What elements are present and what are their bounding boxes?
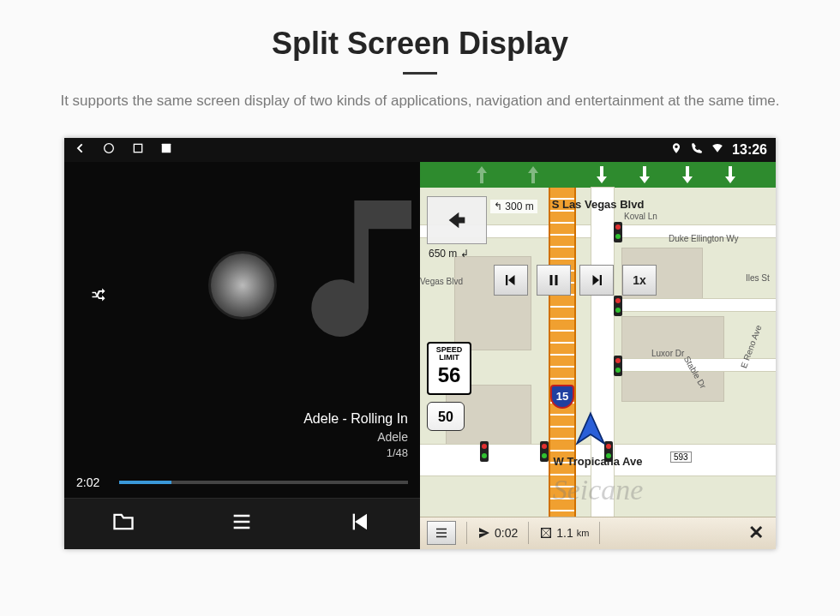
map-speed-button[interactable]: 1x <box>622 265 657 296</box>
next-turn-distance: ↰ 300 m <box>490 200 537 213</box>
track-artist: Adele <box>76 429 408 446</box>
svg-rect-7 <box>600 275 602 285</box>
traffic-light-icon <box>614 222 622 242</box>
previous-button[interactable] <box>349 510 373 537</box>
lane-arrow-active-icon <box>591 164 612 185</box>
map-close-button[interactable]: ✕ <box>743 522 769 544</box>
music-pane: Adele - Rolling In Adele 1/48 2:02 <box>64 162 420 549</box>
map-menu-button[interactable] <box>427 521 456 545</box>
map-pane[interactable]: W Tropicana Ave Vegas Blvd Koval Ln Duke… <box>420 162 776 549</box>
map-label: Vegas Blvd <box>420 277 463 286</box>
traffic-light-icon <box>614 356 622 376</box>
interstate-shield: 15 <box>550 385 574 409</box>
gallery-icon[interactable] <box>160 142 172 157</box>
lane-arrow-active-icon <box>720 164 741 185</box>
map-pause-button[interactable] <box>537 265 571 296</box>
speed-limit-sign: SPEED LIMIT 56 <box>427 342 471 395</box>
next-turn-box[interactable] <box>427 196 487 244</box>
svg-rect-4 <box>506 275 507 285</box>
lane-arrow-active-icon <box>677 164 698 185</box>
traffic-light-icon <box>480 441 489 462</box>
svg-rect-2 <box>162 144 171 153</box>
play-disc-button[interactable] <box>208 251 277 320</box>
lane-arrow-icon <box>523 164 543 185</box>
status-bar: 13:26 <box>64 138 776 162</box>
map-prev-button[interactable] <box>494 265 528 296</box>
location-icon <box>670 142 682 157</box>
seek-bar[interactable] <box>119 481 408 484</box>
folder-button[interactable] <box>111 510 135 537</box>
clock-text: 13:26 <box>732 142 767 158</box>
map-next-button[interactable] <box>579 265 614 296</box>
page-title: Split Screen Display <box>0 0 840 62</box>
svg-point-0 <box>105 144 114 153</box>
wifi-icon <box>711 142 723 157</box>
traffic-light-icon <box>614 296 622 316</box>
page-subtitle: It supports the same screen display of t… <box>34 90 806 112</box>
route-badge-593: 593 <box>670 452 692 463</box>
trip-time: 0:02 <box>477 526 518 540</box>
music-bottom-bar <box>64 498 420 549</box>
phone-icon <box>691 142 703 157</box>
device-frame: 13:26 Adele - Rolling In Adele 1/48 2:02 <box>64 138 776 549</box>
elapsed-time: 2:02 <box>76 475 111 489</box>
progress-row: 2:02 <box>64 470 420 498</box>
street-label-bottom: W Tropicana Ave <box>549 453 648 469</box>
street-label-top: S Las Vegas Blvd <box>547 196 650 212</box>
map-bottom-bar: 0:02 1.1 km ✕ <box>420 517 776 549</box>
vehicle-marker-icon <box>573 410 609 446</box>
lane-arrow-active-icon <box>634 164 655 185</box>
map-label: Koval Ln <box>624 212 657 221</box>
shuffle-button[interactable] <box>90 286 107 307</box>
map-label: Iles St <box>746 273 770 283</box>
album-art-area <box>64 162 420 410</box>
map-label: Duke Ellington Wy <box>669 234 739 243</box>
track-index: 1/48 <box>76 446 408 461</box>
traffic-light-icon <box>540 441 549 462</box>
svg-rect-1 <box>134 144 141 152</box>
playlist-button[interactable] <box>230 510 254 537</box>
svg-rect-5 <box>550 275 553 285</box>
svg-rect-6 <box>555 275 558 285</box>
trip-distance: 1.1 km <box>539 526 589 540</box>
back-icon[interactable] <box>73 141 87 158</box>
title-underline <box>403 72 437 75</box>
highway-shield: 50 <box>427 402 465 431</box>
track-title: Adele - Rolling In <box>76 410 408 428</box>
home-icon[interactable] <box>102 141 116 158</box>
segment-distance: 650 m ↲ <box>429 248 469 260</box>
map-label: Luxor Dr <box>651 349 684 358</box>
recents-icon[interactable] <box>131 141 145 158</box>
map-controls: 1x <box>494 265 657 296</box>
lane-arrow-icon <box>471 164 492 185</box>
svg-rect-3 <box>352 514 354 530</box>
lane-guidance-bar <box>420 162 776 188</box>
